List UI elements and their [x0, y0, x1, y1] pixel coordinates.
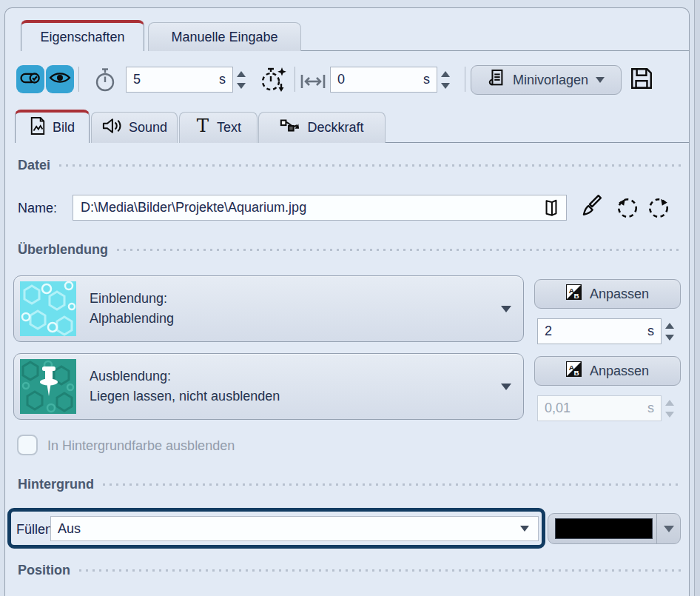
ausblendung-duration-spinner: 0,01 s: [537, 395, 678, 421]
text-icon: T: [195, 116, 210, 139]
spin-down-button: [665, 412, 674, 418]
anpassen-label: Anpassen: [590, 364, 649, 379]
tab-label: Text: [217, 120, 241, 135]
svg-text:B: B: [573, 292, 579, 300]
panel-edge: [694, 0, 700, 596]
spin-down-button[interactable]: [237, 83, 246, 89]
tab-deckkraft[interactable]: Deckkraft: [258, 112, 386, 143]
rotate-cw-button[interactable]: [647, 197, 670, 221]
svg-text:T: T: [197, 116, 209, 135]
toolbar-separator: [78, 67, 79, 92]
section-datei: Datei: [18, 158, 682, 173]
tab-text[interactable]: T Text: [179, 112, 258, 143]
duration-spinner[interactable]: 5 s: [126, 67, 249, 93]
svg-text:B: B: [573, 369, 579, 377]
background-color-control: [548, 513, 681, 544]
tab-manuelle-eingabe[interactable]: Manuelle Eingabe: [148, 22, 301, 51]
chevron-down-icon: [520, 526, 529, 532]
tabstrip-line: [301, 50, 689, 51]
background-fade-checkbox-label: In Hintergrundfarbe ausblenden: [47, 438, 235, 454]
floppy-icon: [629, 66, 654, 94]
ab-blend-icon: A B: [566, 284, 582, 304]
pause-unit: s: [423, 72, 430, 87]
ausblendung-text: Ausblendung: Liegen lassen, nicht ausble…: [90, 366, 488, 406]
filename-input[interactable]: D:\Media\Bilder\Projekte\Aquarium.jpg: [73, 195, 567, 221]
rotate-ccw-button[interactable]: [616, 197, 639, 221]
spin-up-button[interactable]: [237, 71, 246, 77]
link-duration-toggle-button[interactable]: [16, 65, 44, 93]
duration-unit: s: [219, 72, 226, 87]
pause-field[interactable]: 0 s: [330, 67, 437, 93]
rotate-ccw-icon: [616, 195, 639, 222]
dotted-divider: [103, 483, 682, 486]
anpassen-label: Anpassen: [590, 287, 649, 302]
einblendung-duration-spinner[interactable]: 2 s: [537, 318, 678, 344]
dotted-divider: [79, 569, 682, 572]
spin-down-button[interactable]: [441, 83, 450, 89]
ausblendung-duration-field: 0,01 s: [537, 395, 662, 421]
einblendung-dropdown[interactable]: Einblendung: Alphablending: [13, 275, 524, 342]
ausblendung-duration-unit: s: [647, 401, 654, 416]
dotted-divider: [59, 164, 682, 167]
brush-icon: [579, 194, 602, 221]
toolbar-separator: [465, 67, 465, 92]
tab-bild[interactable]: Bild: [15, 110, 90, 143]
tab-eigenschaften[interactable]: Eigenschaften: [21, 20, 144, 51]
image-icon: [30, 116, 46, 139]
speaker-icon: [101, 117, 122, 138]
einblendung-duration-value: 2: [545, 324, 647, 339]
einblendung-text: Einblendung: Alphablending: [90, 289, 488, 329]
stopwatch-icon: [93, 67, 117, 93]
background-fade-checkbox[interactable]: [17, 435, 38, 455]
einblendung-duration-field[interactable]: 2 s: [537, 318, 662, 344]
einblendung-label: Einblendung:: [90, 289, 488, 309]
folder-open-button[interactable]: [542, 198, 566, 218]
properties-window: Eigenschaften Manuelle Eingabe: [0, 0, 700, 596]
spin-up-button: [665, 400, 674, 406]
tabstrip-line: [386, 142, 689, 143]
fuellen-combobox[interactable]: Aus: [50, 516, 539, 541]
ausblendung-thumbnail: [20, 359, 76, 414]
minivorlagen-button[interactable]: Minivorlagen: [471, 65, 622, 95]
spin-up-button[interactable]: [665, 323, 674, 329]
scroll-icon: [488, 68, 505, 93]
einblendung-value: Alphablending: [90, 309, 488, 329]
spin-up-button[interactable]: [441, 71, 450, 77]
random-duration-button[interactable]: [258, 65, 289, 95]
filename-value: D:\Media\Bilder\Projekte\Aquarium.jpg: [73, 200, 542, 215]
pause-value: 0: [337, 72, 423, 87]
section-position: Position: [18, 563, 682, 578]
ausblendung-anpassen-button[interactable]: A B Anpassen: [534, 356, 681, 386]
duration-field[interactable]: 5 s: [126, 67, 233, 93]
ausblendung-label: Ausblendung:: [90, 366, 488, 386]
tab-label: Sound: [129, 120, 167, 135]
section-title: Hintergrund: [18, 477, 94, 492]
dotted-divider: [117, 249, 682, 251]
spin-down-button[interactable]: [665, 335, 674, 341]
save-button[interactable]: [629, 67, 654, 93]
color-swatch: [555, 518, 653, 539]
ausblendung-value: Liegen lassen, nicht ausblenden: [90, 386, 488, 406]
chevron-down-icon: [501, 384, 511, 390]
pause-spinner[interactable]: 0 s: [330, 67, 454, 93]
visibility-toggle-button[interactable]: [46, 65, 74, 93]
chevron-down-icon: [664, 526, 674, 532]
background-color-button[interactable]: [548, 514, 656, 543]
tab-label: Deckkraft: [307, 120, 363, 135]
edit-brush-button[interactable]: [579, 195, 602, 219]
section-ueberblendung: Überblendung: [18, 242, 682, 258]
background-color-dropdown-button[interactable]: [656, 514, 680, 543]
opacity-curve-icon: [280, 117, 300, 138]
tab-label: Eigenschaften: [40, 30, 124, 45]
chevron-down-icon: [501, 306, 511, 312]
section-title: Überblendung: [18, 242, 108, 258]
section-hintergrund: Hintergrund: [18, 477, 682, 492]
ab-blend-icon: A B: [566, 361, 582, 381]
pause-width-icon: [299, 73, 327, 90]
tab-label: Bild: [53, 120, 75, 135]
tab-sound[interactable]: Sound: [91, 112, 178, 143]
name-label: Name:: [18, 201, 57, 216]
toggle-check-icon: [20, 70, 41, 89]
einblendung-anpassen-button[interactable]: A B Anpassen: [534, 279, 681, 309]
ausblendung-dropdown[interactable]: Ausblendung: Liegen lassen, nicht ausble…: [13, 353, 524, 420]
